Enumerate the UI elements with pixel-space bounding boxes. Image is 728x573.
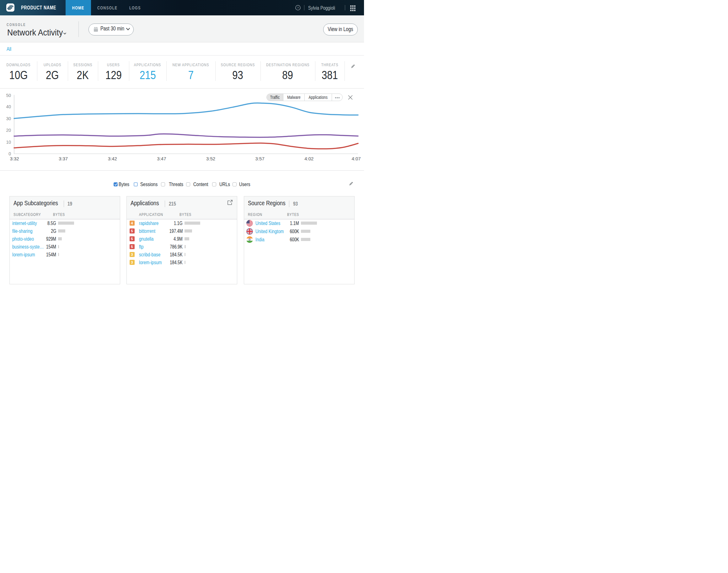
svg-text:3:32: 3:32 [10, 156, 19, 161]
svg-text:4:02: 4:02 [304, 156, 313, 161]
svg-text:30: 30 [6, 116, 11, 121]
svg-text:20: 20 [6, 128, 11, 133]
svg-text:?: ? [297, 6, 299, 9]
svg-text:3:37: 3:37 [59, 156, 68, 161]
svg-text:4:07: 4:07 [352, 156, 361, 161]
svg-text:0: 0 [8, 151, 11, 156]
svg-text:40: 40 [6, 104, 11, 109]
svg-text:3:57: 3:57 [255, 156, 264, 161]
svg-text:3:52: 3:52 [206, 156, 215, 161]
svg-text:10: 10 [6, 140, 11, 145]
svg-text:3:42: 3:42 [108, 156, 117, 161]
svg-text:3:47: 3:47 [157, 156, 166, 161]
svg-text:50: 50 [6, 93, 11, 98]
